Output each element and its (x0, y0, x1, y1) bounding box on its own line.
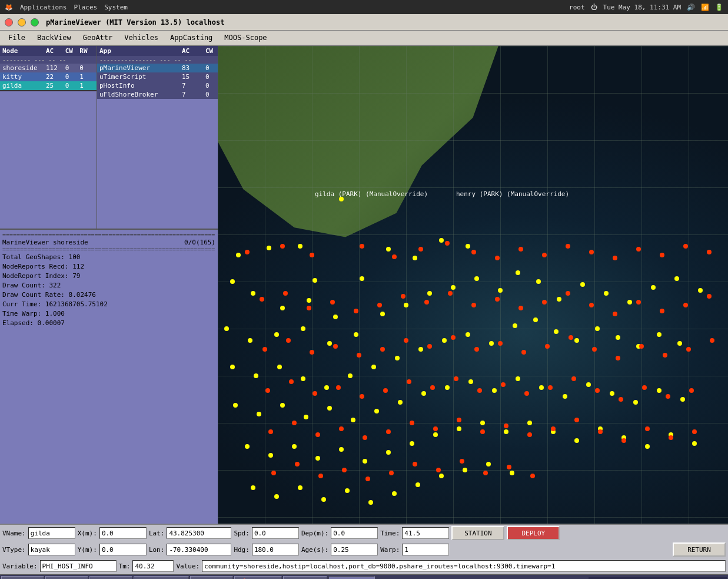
map-dot-red (518, 247, 523, 252)
map-dot-red (683, 303, 688, 307)
map-dot-yellow (274, 494, 279, 499)
app-ac-header: AC (182, 47, 205, 55)
taskbar-item[interactable]: ⚙ [meta... (283, 576, 327, 580)
deploy-button[interactable]: DEPLOY (507, 526, 560, 540)
time-input[interactable] (402, 527, 449, 539)
map-dot-red (613, 312, 617, 316)
taskbar-item[interactable]: 🖥 root... (89, 576, 132, 580)
map-dot-yellow (374, 409, 379, 413)
tm-input[interactable] (132, 560, 174, 572)
close-button[interactable] (5, 18, 13, 27)
map-dot-yellow (386, 450, 391, 455)
map-dot-red (530, 474, 535, 478)
minimize-button[interactable] (18, 18, 26, 27)
map-dot-red (262, 347, 267, 352)
dep-input[interactable] (331, 527, 378, 539)
map-dot-red (663, 353, 667, 358)
stats-line: Total GeoShapes: 100 (2, 253, 215, 262)
map-dot-red (616, 356, 620, 360)
map-dot-red (295, 462, 300, 466)
map-dot-red (365, 477, 370, 481)
stats-line: Draw Count: 322 (2, 281, 215, 290)
vtype-label: VType: (2, 546, 26, 554)
table-row[interactable]: kitty 22 0 1 (0, 72, 97, 81)
map-dot-yellow (277, 365, 282, 369)
map-dot-red (660, 309, 664, 313)
power-icon[interactable]: ⏻ (591, 4, 597, 11)
taskbar: 🖥 root... 🖥 root... 🖥 root... 📁 [distri.… (0, 574, 728, 579)
network-icon[interactable]: 📶 (701, 4, 709, 11)
menu-file[interactable]: File (2, 32, 31, 43)
map-dot-yellow (516, 270, 520, 275)
system-menu[interactable]: System (104, 4, 128, 11)
map-dot-red (501, 382, 506, 387)
vtype-input[interactable] (28, 544, 75, 555)
hdg-input[interactable] (252, 544, 299, 555)
map-dot-red (307, 306, 311, 310)
map-dot-red (639, 344, 644, 349)
node-column: Node AC CW RW -------- --- -- -- shoresi… (0, 46, 97, 229)
table-row[interactable]: shoreside 112 0 0 (0, 64, 97, 72)
map-dot-red (315, 432, 320, 437)
menu-moos-scope[interactable]: MOOS-Scope (218, 32, 272, 43)
rw-col-header: RW (79, 47, 94, 55)
map-dot-red (392, 254, 397, 259)
map-dot-red (683, 244, 688, 249)
map-dot-yellow (421, 391, 426, 396)
taskbar-item[interactable]: 🖥 root... (1, 576, 44, 580)
map-dot-red (566, 244, 570, 249)
maximize-button[interactable] (31, 18, 39, 27)
map-dot-yellow (307, 298, 311, 303)
node-app-area: Node AC CW RW -------- --- -- -- shoresi… (0, 46, 218, 229)
taskbar-item[interactable]: 🖥 root... (45, 576, 88, 580)
vname-input[interactable] (28, 527, 75, 539)
places-menu[interactable]: Places (74, 4, 97, 11)
ym-input[interactable] (99, 544, 147, 555)
node-rw: 0 (79, 64, 94, 72)
map-dot-red (360, 394, 364, 399)
stats-value: 1621368705.75102 (45, 300, 108, 308)
map-dot-yellow (651, 285, 656, 290)
map-dot-red (498, 341, 503, 346)
volume-icon[interactable]: 🔊 (687, 4, 695, 11)
apps-menu[interactable]: Applications (20, 4, 67, 11)
map-dot-yellow (257, 412, 261, 416)
stats-sep1: ========================================… (2, 232, 215, 239)
spd-input[interactable] (252, 527, 299, 539)
return-button[interactable]: RETURN (673, 542, 726, 557)
table-row[interactable]: gilda 25 0 1 (0, 81, 97, 90)
lon-input[interactable] (167, 544, 231, 555)
warp-input[interactable] (402, 544, 449, 555)
var-input[interactable] (40, 560, 117, 572)
map-dot-yellow (533, 317, 538, 322)
menu-geoattr[interactable]: GeoAttr (77, 32, 119, 43)
menu-vehicles[interactable]: Vehicles (118, 32, 164, 43)
map-dot-yellow (516, 376, 520, 381)
map-dot-yellow (451, 285, 456, 290)
node-table-separator: -------- --- -- -- (0, 56, 97, 64)
dep-label: Dep(m): (301, 530, 328, 537)
map-dot-red (571, 376, 576, 381)
menu-appcasting[interactable]: AppCasting (164, 32, 218, 43)
taskbar-item[interactable]: 📁 [distri... (134, 576, 188, 580)
station-button[interactable]: STATION (451, 526, 504, 540)
taskbar-item[interactable]: 🖥 root... (190, 576, 233, 580)
map-dot-red (436, 468, 441, 472)
map-dot-yellow (230, 279, 235, 284)
taskbar-item[interactable]: 📌 [Poin... (234, 576, 282, 580)
map-dot-yellow (645, 444, 650, 449)
map-dot-red (542, 253, 547, 257)
node-name: gilda (2, 82, 46, 90)
map-area[interactable]: gilda (PARK) (ManualOverride) henry (PAR… (218, 46, 728, 524)
map-dot-yellow (433, 432, 438, 437)
taskbar-item-active[interactable]: 🗺 pMari... (328, 576, 375, 580)
xm-input[interactable] (99, 527, 147, 539)
map-dot-red (710, 338, 714, 343)
map-dot-red (433, 426, 438, 431)
menu-backview[interactable]: BackView (31, 32, 77, 43)
age-input[interactable] (331, 544, 378, 555)
val-input[interactable] (202, 560, 726, 572)
lat-input[interactable] (167, 527, 231, 539)
map-dot-yellow (351, 418, 355, 422)
map-dot-yellow (692, 441, 697, 446)
